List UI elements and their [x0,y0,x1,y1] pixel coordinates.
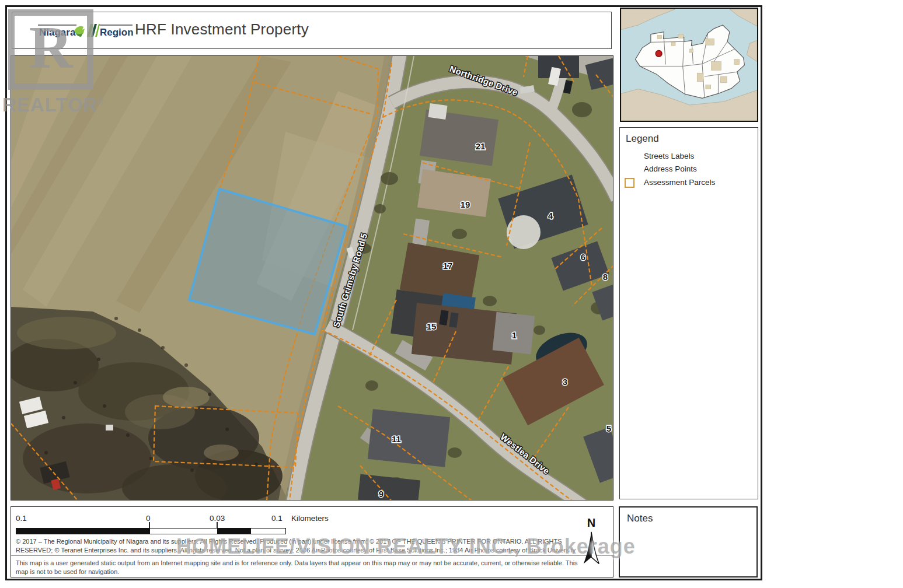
legend-item-assessment-parcels: Assessment Parcels [644,178,715,187]
disclaimer-line-1: This map is a user generated static outp… [16,559,578,566]
logo-rule-right [99,24,133,26]
notes-title: Notes [627,513,653,524]
legend-item-address-points: Address Points [644,164,697,173]
legend-panel: Legend Streets Labels Address Points Ass… [619,127,758,499]
scale-segment [217,528,251,534]
scale-segment [150,528,217,534]
north-arrow: N [578,516,604,575]
scale-tick-label: 0.1 [271,514,283,523]
overview-map [620,8,758,122]
notes-panel: Notes [619,506,758,578]
address-point: 17 [443,261,453,271]
address-point: 5 [606,424,611,433]
region-locator-map [621,9,757,121]
scale-segment [251,528,285,534]
page-title: HRF Investment Property [135,20,309,38]
address-point: 4 [548,211,553,220]
niagara-region-logo: Niagara Region [27,12,144,50]
map-export-page: Niagara Region HRF Investment Property [0,0,903,588]
address-point: 11 [392,434,401,444]
address-point: 1 [512,330,517,340]
north-arrow-icon [581,530,601,568]
scalebar-credits-panel: 0.1 0 0.03 0.1 Kilometers © 2017 – The R… [11,506,613,578]
copyright-line-1: © 2017 – The Regional Municipality of Ni… [16,538,562,545]
legend-item-streets-labels: Streets Labels [644,152,694,160]
address-point: 15 [427,321,437,331]
logo-leaf-icon [73,22,100,40]
address-point: 19 [461,200,470,209]
address-point: 6 [581,252,585,262]
aerial-photo: Northridge Drive South Grimsby Road 5 We… [11,56,613,501]
copyright-line-2: RESERVED; © Teranet Enterprises Inc. and… [16,547,576,554]
scale-tick [149,522,150,528]
scale-tick-label: 0 [146,514,151,523]
address-point: 8 [603,272,608,282]
address-point: 3 [563,377,567,387]
scale-tick-label: 0.1 [16,514,27,523]
north-label: N [578,516,604,530]
assessment-parcel-swatch-icon [625,178,634,188]
scale-tick [217,522,218,528]
location-marker-dot [656,51,662,57]
logo-rule-left [38,24,76,26]
legend-title: Legend [626,133,659,145]
scale-unit-label: Kilometers [291,514,329,523]
header-panel: Niagara Region HRF Investment Property [12,12,612,49]
address-point: 9 [379,489,383,499]
address-point: 21 [476,141,486,151]
scale-tick-label: 0.03 [210,514,225,523]
scale-segment [16,528,150,534]
logo-word-region: Region [100,27,134,38]
scale-bar [16,528,286,534]
divider [11,555,613,556]
main-map: Northridge Drive South Grimsby Road 5 We… [11,55,613,501]
disclaimer-line-2: map is not to be used for navigation. [16,568,119,575]
logo-word-niagara: Niagara [39,27,75,38]
